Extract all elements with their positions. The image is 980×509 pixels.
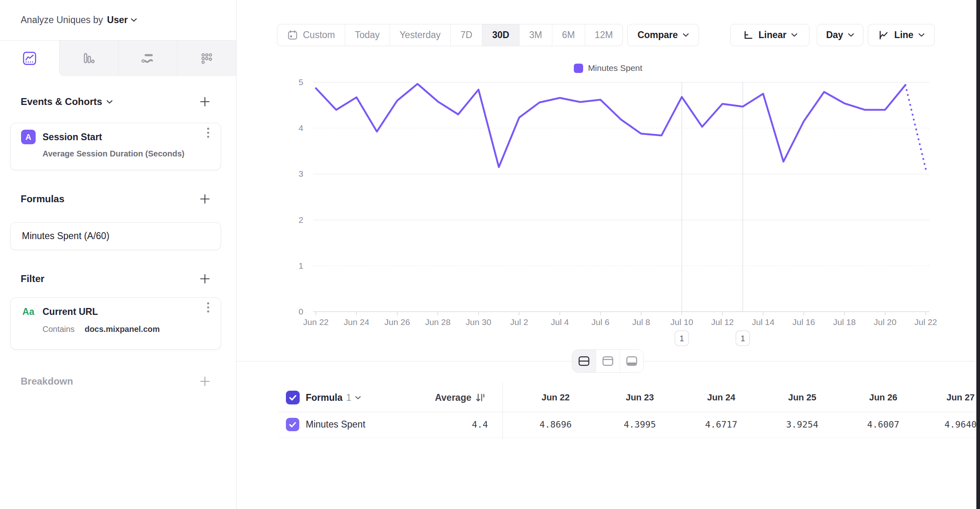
metrics-grid-icon xyxy=(199,51,214,66)
bar-chart-icon xyxy=(81,51,96,66)
add-formula-button[interactable] xyxy=(199,193,211,205)
formula-header-dropdown[interactable]: Formula 1 xyxy=(306,390,361,405)
chevron-down-icon xyxy=(355,396,361,400)
analyze-by-dropdown[interactable]: User xyxy=(107,15,137,26)
formulas-section-header: Formulas xyxy=(21,190,211,208)
chevron-down-icon xyxy=(791,33,797,37)
date-column-header[interactable]: Jun 27 xyxy=(920,390,980,405)
layout-table-bottom-button[interactable] xyxy=(620,350,643,372)
date-range-picker: CustomTodayYesterday7D30D3M6M12M xyxy=(277,24,623,46)
line-chart-icon xyxy=(22,51,37,66)
table-header-underline xyxy=(278,412,980,412)
table-value-cell: 4.6717 xyxy=(681,417,762,432)
x-axis-label: Jun 28 xyxy=(425,317,451,327)
date-column-header[interactable]: Jun 25 xyxy=(762,390,843,405)
layout-toggle xyxy=(572,349,644,373)
x-axis-label: Jul 18 xyxy=(833,317,856,327)
average-column-header[interactable]: Average xyxy=(389,390,486,405)
annotation-badge[interactable]: 1 xyxy=(675,331,689,346)
plus-icon xyxy=(199,273,211,284)
x-axis-label: Jul 16 xyxy=(793,317,815,327)
x-axis-label: Jun 30 xyxy=(466,317,491,327)
event-options-button[interactable] xyxy=(205,125,212,141)
date-range-6m[interactable]: 6M xyxy=(552,24,585,46)
tab-metrics[interactable] xyxy=(177,41,236,76)
y-axis-label: 5 xyxy=(298,77,303,87)
check-icon xyxy=(288,420,297,429)
report-type-tabs xyxy=(0,41,236,76)
date-column-header[interactable]: Jun 26 xyxy=(843,390,924,405)
series-line[interactable] xyxy=(316,84,905,167)
formula-expression: Minutes Spent (A/60) xyxy=(22,231,109,242)
date-range-12m[interactable]: 12M xyxy=(585,24,623,46)
x-axis-label: Jul 12 xyxy=(711,317,734,327)
chevron-down-icon xyxy=(918,33,925,37)
plus-icon xyxy=(199,96,211,107)
x-axis-label: Jul 2 xyxy=(510,317,528,327)
date-column-header[interactable]: Jun 22 xyxy=(515,390,596,405)
date-column-header[interactable]: Jun 23 xyxy=(599,390,680,405)
x-axis-label: Jul 4 xyxy=(551,317,569,327)
date-range-3m[interactable]: 3M xyxy=(519,24,552,46)
plus-icon xyxy=(199,193,211,205)
x-axis-label: Jun 22 xyxy=(303,317,328,327)
split-view-icon xyxy=(577,355,590,367)
table-value-cell: 4.8696 xyxy=(515,417,596,432)
table-value-cell: 3.9254 xyxy=(762,417,843,432)
y-axis-label: 3 xyxy=(298,169,303,178)
analyze-header: Analyze Uniques by User xyxy=(0,0,236,41)
breakdown-title: Breakdown xyxy=(21,376,73,387)
x-axis-label: Jun 24 xyxy=(344,317,369,327)
y-scale-button[interactable]: Linear xyxy=(730,24,810,46)
add-event-button[interactable] xyxy=(199,96,211,108)
filter-property-name: Current URL xyxy=(43,306,98,317)
tab-bar-chart[interactable] xyxy=(59,41,118,76)
filter-value[interactable]: docs.mixpanel.com xyxy=(85,325,160,334)
add-filter-button[interactable] xyxy=(199,273,211,285)
x-axis-label: Jul 14 xyxy=(752,317,774,327)
date-range-yesterday[interactable]: Yesterday xyxy=(390,24,450,46)
y-axis-label: 1 xyxy=(298,261,303,270)
compare-button[interactable]: Compare xyxy=(627,24,699,46)
kebab-icon xyxy=(207,127,209,138)
chevron-down-icon xyxy=(131,18,137,22)
line-chart-icon xyxy=(878,30,889,41)
interval-button[interactable]: Day xyxy=(817,24,863,46)
event-aggregation[interactable]: Average Session Duration (Seconds) xyxy=(43,149,221,158)
event-name: Session Start xyxy=(43,132,102,143)
filter-options-button[interactable] xyxy=(205,299,212,315)
x-axis-label: Jul 8 xyxy=(632,317,650,327)
plus-icon xyxy=(199,376,211,387)
x-axis-label: Jun 26 xyxy=(384,317,410,327)
events-cohorts-title[interactable]: Events & Cohorts xyxy=(21,96,113,107)
formula-group-checkbox[interactable] xyxy=(286,391,300,404)
filter-card-current-url[interactable]: Aa Current URL Contains docs.mixpanel.co… xyxy=(10,297,221,350)
date-column-header[interactable]: Jun 24 xyxy=(681,390,762,405)
date-range-7d[interactable]: 7D xyxy=(450,24,482,46)
layout-table-top-button[interactable] xyxy=(596,350,620,372)
table-value-cell: 4.6007 xyxy=(843,417,924,432)
date-range-custom[interactable]: Custom xyxy=(277,24,345,46)
add-breakdown-button[interactable] xyxy=(199,375,211,387)
tab-flows[interactable] xyxy=(118,41,177,76)
date-range-30d[interactable]: 30D xyxy=(482,24,519,46)
table-value-cell: 4.3995 xyxy=(599,417,680,432)
calendar-icon xyxy=(287,30,298,41)
date-range-today[interactable]: Today xyxy=(345,24,389,46)
table-top-icon xyxy=(601,355,614,367)
filter-operator[interactable]: Contains xyxy=(43,325,75,334)
query-builder-sidebar: Analyze Uniques by User xyxy=(0,0,236,509)
axis-icon xyxy=(742,30,754,41)
event-card-session-start[interactable]: A Session Start Average Session Duration… xyxy=(10,123,221,170)
layout-split-view-button[interactable] xyxy=(572,350,596,372)
filter-section-header: Filter xyxy=(21,269,211,288)
annotation-badge[interactable]: 1 xyxy=(736,331,750,346)
tab-line-chart[interactable] xyxy=(0,41,59,76)
chart-type-button[interactable]: Line xyxy=(868,24,935,46)
average-value-cell: 4.4 xyxy=(405,417,488,432)
formula-card[interactable]: Minutes Spent (A/60) xyxy=(10,222,221,250)
series-row-checkbox[interactable] xyxy=(286,418,299,431)
window-scrollbar[interactable] xyxy=(976,0,980,509)
y-axis-label: 2 xyxy=(298,215,303,225)
flows-icon xyxy=(140,51,155,66)
